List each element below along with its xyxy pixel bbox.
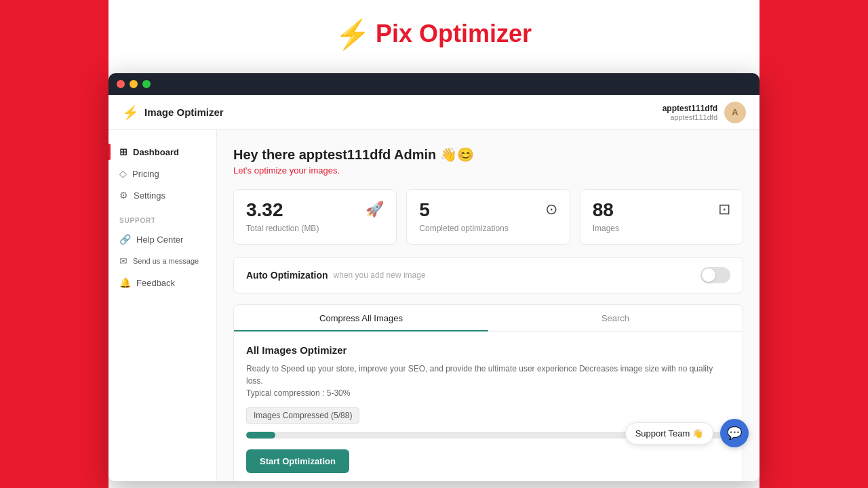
pricing-icon: ◇ [119, 168, 127, 179]
browser-window: ⚡ Image Optimizer apptest111dfd apptest1… [108, 73, 760, 481]
brand-logo: ⚡ Pix Optimizer [336, 18, 532, 50]
toggle-knob [702, 268, 715, 282]
stat-value-images: 88 [593, 201, 619, 220]
top-branding: ⚡ Pix Optimizer [0, 0, 868, 68]
tab-compress-all[interactable]: Compress All Images [234, 305, 488, 331]
tab-search[interactable]: Search [488, 305, 743, 331]
stat-label-reduction: Total reduction (MB) [246, 224, 319, 233]
sidebar-item-help-center[interactable]: 🔗 Help Center [108, 228, 216, 250]
page-greeting: Hey there apptest111dfd Admin 👋😊 [233, 146, 743, 163]
browser-dot-red[interactable] [117, 80, 125, 88]
sidebar-item-label: Pricing [132, 169, 159, 179]
stat-icon-images: ⊡ [718, 201, 730, 218]
browser-dot-yellow[interactable] [130, 80, 138, 88]
brand-bolt-icon: ⚡ [336, 18, 369, 50]
app-body: ⊞ Dashboard ◇ Pricing ⚙ Settings SUPPORT… [108, 130, 760, 481]
stat-icon-optimizations: ⊙ [545, 201, 557, 218]
auto-opt-label: Auto Optimization [246, 270, 328, 281]
sidebar-item-pricing[interactable]: ◇ Pricing [108, 163, 216, 184]
stat-icon-reduction: 🚀 [366, 201, 384, 218]
stat-value-optimizations: 5 [419, 201, 508, 220]
sidebar-item-label: Dashboard [133, 147, 179, 157]
tabs-header: Compress All Images Search [234, 305, 743, 332]
auto-optimization-card: Auto Optimization when you add new image [233, 257, 743, 293]
images-badge: Images Compressed (5/88) [246, 407, 359, 424]
optimizer-desc: Ready to Speed up your store, improve yo… [246, 363, 730, 399]
main-content: Hey there apptest111dfd Admin 👋😊 Let's o… [217, 130, 760, 481]
sidebar-item-send-message[interactable]: ✉ Send us a message [108, 250, 216, 272]
sidebar-nav-section: ⊞ Dashboard ◇ Pricing ⚙ Settings [108, 141, 216, 206]
send-message-icon: ✉ [119, 256, 127, 266]
stat-label-images: Images [593, 224, 619, 233]
nav-bolt-icon: ⚡ [122, 104, 139, 121]
auto-opt-left: Auto Optimization when you add new image [246, 270, 426, 281]
stat-card-images: 88 Images ⊡ [580, 189, 743, 245]
nav-brand-name: Image Optimizer [144, 106, 224, 118]
sidebar-item-label: Help Center [136, 235, 183, 245]
avatar: A [724, 102, 746, 123]
brand-name: Pix Optimizer [376, 20, 532, 48]
stats-row: 3.32 Total reduction (MB) 🚀 5 Completed … [233, 189, 743, 245]
sidebar-item-label: Feedback [136, 278, 175, 288]
sidebar-item-settings[interactable]: ⚙ Settings [108, 184, 216, 206]
browser-chrome [108, 73, 760, 95]
progress-bar-fill [246, 432, 275, 439]
support-section-label: SUPPORT [108, 217, 216, 224]
settings-icon: ⚙ [119, 190, 128, 201]
tab-content: All Images Optimizer Ready to Speed up y… [234, 332, 743, 481]
chat-icon: 💬 [727, 426, 742, 441]
user-email: apptest111dfd [663, 113, 717, 121]
auto-opt-toggle[interactable] [701, 267, 730, 283]
feedback-icon: 🔔 [119, 277, 131, 288]
stat-value-reduction: 3.32 [246, 201, 319, 220]
optimizer-title: All Images Optimizer [246, 344, 730, 356]
stat-card-reduction: 3.32 Total reduction (MB) 🚀 [233, 189, 397, 245]
nav-brand: ⚡ Image Optimizer [122, 104, 224, 121]
top-nav: ⚡ Image Optimizer apptest111dfd apptest1… [108, 95, 760, 130]
support-widget: Support Team 👋 💬 [625, 419, 749, 447]
tabs-container: Compress All Images Search All Images Op… [233, 304, 743, 481]
sidebar-support-section: SUPPORT 🔗 Help Center ✉ Send us a messag… [108, 217, 216, 293]
stat-card-optimizations: 5 Completed optimizations ⊙ [406, 189, 570, 245]
sidebar-item-dashboard[interactable]: ⊞ Dashboard [108, 141, 216, 163]
help-center-icon: 🔗 [119, 234, 131, 245]
support-bubble[interactable]: Support Team 👋 [625, 422, 713, 445]
user-name: apptest111dfd [663, 104, 717, 113]
sidebar-item-label: Send us a message [133, 257, 199, 265]
sidebar-item-feedback[interactable]: 🔔 Feedback [108, 272, 216, 293]
sidebar-item-label: Settings [134, 190, 165, 201]
support-chat-button[interactable]: 💬 [720, 419, 749, 447]
sidebar: ⊞ Dashboard ◇ Pricing ⚙ Settings SUPPORT… [108, 130, 217, 481]
stat-label-optimizations: Completed optimizations [419, 224, 508, 233]
page-subtitle: Let's optimize your images. [233, 165, 743, 176]
auto-opt-sublabel: when you add new image [334, 270, 426, 280]
start-optimization-button[interactable]: Start Optimization [246, 449, 349, 473]
user-info: apptest111dfd apptest111dfd [663, 104, 717, 121]
browser-dot-green[interactable] [142, 80, 151, 88]
dashboard-icon: ⊞ [119, 146, 127, 157]
nav-user: apptest111dfd apptest111dfd A [663, 102, 746, 123]
